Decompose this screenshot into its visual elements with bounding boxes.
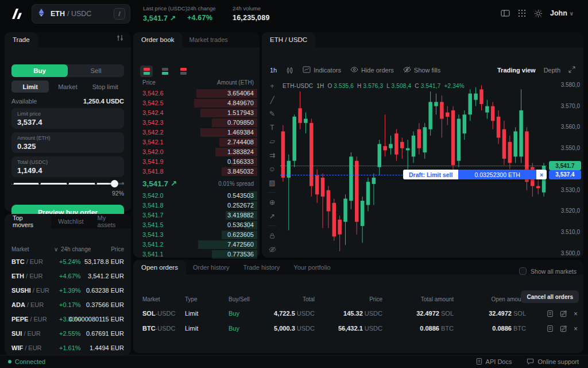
orderbook-row[interactable]: 3,541.2 7.472560 [133,240,260,250]
indicators-button[interactable]: Indicators [303,66,341,74]
chat-icon [527,358,534,366]
brush-icon[interactable]: ✎ [268,109,277,118]
app-logo-icon[interactable] [10,8,23,22]
order-cancel-icon[interactable]: × [574,325,578,334]
slider-thumb[interactable] [111,180,118,187]
order-type-stop-limit[interactable]: Stop limit [87,80,124,93]
book-view-both-icon[interactable] [140,66,153,77]
orderbook-row[interactable]: 3,542.0 0.543503 [133,191,260,201]
show-fills-button[interactable]: Show fills [403,66,440,74]
order-type: Limit [185,310,198,317]
expand-icon[interactable] [568,66,575,74]
market-row[interactable]: BTC / EUR +5.24% 53,178.8 EUR [5,255,131,270]
orderbook-row[interactable]: 3,541.1 0.773536 [133,250,260,259]
market-row[interactable]: PEPE / EUR +3.83% 0.0000080115 EUR [5,313,131,327]
drawing-toolbar: +╱✎T▱⇉☺▨⊕↗ [265,82,280,267]
amount-field[interactable]: Amount (ETH) 0.325 [11,132,124,153]
order-market: BTC-USDC [142,325,175,332]
api-docs-link[interactable]: API Docs [476,358,512,366]
orderbook-row[interactable]: 3,542.0 1.383824 [133,147,260,157]
tab-order-book[interactable]: Order book [133,32,183,47]
market-row[interactable]: SUI / EUR +2.55% 0.67691 EUR [5,327,131,342]
order-cancel-icon[interactable]: × [574,310,578,319]
sort-chevron-icon[interactable]: ∨ [54,246,58,252]
order-edit-icon[interactable] [560,325,567,334]
trade-settings-icon[interactable] [116,33,124,44]
orderbook-row[interactable]: 3,542.3 0.709850 [133,118,260,128]
arrows-icon[interactable]: ⇉ [268,151,277,159]
orderbook-row[interactable]: 3,541.8 3.845032 [133,167,260,177]
order-details-icon[interactable] [547,310,554,319]
book-view-asks-icon[interactable] [177,66,189,77]
market-row[interactable]: WIF / EUR +1.61% 1.4494 EUR [5,342,131,356]
orderbook-row[interactable]: 3,542.6 3.654064 [133,89,260,98]
market-pair-selector[interactable]: ETH / USDC / [32,4,130,24]
orderbook-row[interactable]: 3,541.8 0.252672 [133,201,260,210]
hide-orders-button[interactable]: Hide orders [350,66,394,74]
tab-my-assets[interactable]: My assets [91,214,131,229]
apps-grid-icon[interactable] [518,9,526,20]
eye-off-icon[interactable] [268,245,277,254]
orderbook-row[interactable]: 3,542.5 4.849670 [133,98,260,108]
market-row[interactable]: ETH / EUR +4.67% 3,541.2 EUR [5,270,131,284]
timeframe-button[interactable]: 1h [270,67,277,74]
crosshair-icon[interactable]: + [268,82,277,90]
trend-chart-icon[interactable]: ↗ [268,212,277,220]
tab-open-orders[interactable]: Open orders [133,260,186,275]
col-24h-change[interactable]: 24h change [61,246,91,252]
orderbook-row[interactable]: 3,541.7 3.419882 [133,210,260,220]
book-view-bids-icon[interactable] [158,66,171,77]
view-depth[interactable]: Depth [544,67,560,74]
lock-icon[interactable] [268,231,277,240]
market-row[interactable]: SUSHI / EUR +1.39% 0.63238 EUR [5,284,131,298]
amount-slider[interactable] [11,179,124,187]
cancel-all-orders-button[interactable]: Cancel all orders [521,290,579,303]
market-row[interactable]: ADA / EUR +0.17% 0.37566 EUR [5,298,131,313]
text-tool-icon[interactable]: T [268,123,277,132]
tab-trade[interactable]: Trade [5,32,38,47]
view-trading-view[interactable]: Trading view [497,67,536,74]
draft-close-icon[interactable]: × [536,170,547,179]
shape-icon[interactable]: ▱ [268,137,277,145]
trendline-icon[interactable]: ╱ [268,95,277,104]
online-support-link[interactable]: Online support [527,358,579,366]
orderbook-row[interactable]: 3,541.9 0.166333 [133,157,260,167]
draft-order-tag[interactable]: Draft: Limit sell 0.03252300 ETH × [403,170,547,179]
total-field[interactable]: Total (USDC) 1,149.4 [11,156,124,177]
orderbook-row[interactable]: 3,542.2 1.469384 [133,128,260,137]
level-amount: 1.383824 [227,148,254,155]
tab-watchlist[interactable]: Watchlist [51,214,90,229]
user-menu[interactable]: John ∨ [550,9,574,17]
order-edit-icon[interactable] [560,310,567,319]
level-price: 3,542.5 [142,99,164,106]
orderbook-row[interactable]: 3,541.5 0.536304 [133,220,260,230]
level-amount: 1.469384 [227,129,254,136]
tab-your-portfolio[interactable]: Your portfolio [287,260,337,275]
buy-tab[interactable]: Buy [11,64,68,77]
sell-tab[interactable]: Sell [68,64,124,77]
limit-price-field[interactable]: Limit price 3,537.4 [11,108,124,129]
order-type-limit[interactable]: Limit [11,80,49,93]
checkbox-icon[interactable] [519,267,527,275]
show-all-markets-toggle[interactable]: Show all markets [519,267,583,275]
order-total: 4,722.5 USDC [274,310,315,317]
ruler-icon[interactable]: ▨ [268,178,277,187]
tab-order-history[interactable]: Order history [186,260,237,275]
tab-market-trades[interactable]: Market trades [183,32,235,47]
tab-eth-usdc-chart[interactable]: ETH / USDC [262,32,315,47]
zoom-in-icon[interactable]: ⊕ [268,198,277,206]
theme-sun-icon[interactable] [534,9,543,20]
chart-panel: ETH / USDC 1h Indicators Hide orders S [262,32,583,258]
tab-trade-history[interactable]: Trade history [237,260,287,275]
order-type-market[interactable]: Market [49,80,86,93]
candle-style-icon[interactable] [286,67,293,74]
layout-panel-icon[interactable] [501,9,510,20]
order-details-icon[interactable] [547,325,554,334]
emoji-icon[interactable]: ☺ [268,164,277,173]
orderbook-row[interactable]: 3,541.3 0.623605 [133,230,260,240]
orderbook-row[interactable]: 3,542.4 1.517943 [133,108,260,118]
price-tick: 3.510,0 [550,229,580,235]
divider [268,192,276,193]
orderbook-row[interactable]: 3,542.1 2.744408 [133,137,260,147]
tab-top-movers[interactable]: Top movers [5,214,51,229]
